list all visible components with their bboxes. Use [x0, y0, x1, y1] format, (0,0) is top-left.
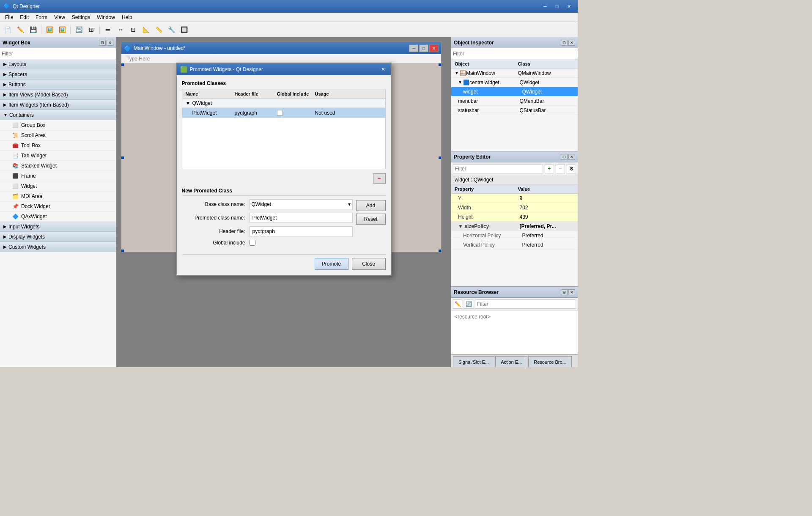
dialog-close-icon-button[interactable]: ✕	[379, 66, 387, 73]
obj-inspector-undock[interactable]: ⊟	[561, 40, 568, 46]
category-containers-label: Containers	[9, 112, 34, 118]
promoted-parent-row[interactable]: ▼ QWidget	[182, 99, 385, 108]
menu-settings[interactable]: Settings	[69, 14, 93, 21]
toolbar-layout6[interactable]: 🔧	[165, 24, 177, 35]
prop-row-height[interactable]: Height 439	[451, 212, 578, 222]
toolbar-preview2[interactable]: 🖼️	[56, 24, 68, 35]
promoted-child-row[interactable]: PlotWidget pyqtgraph Not used	[182, 108, 385, 118]
category-layouts[interactable]: ▶ Layouts	[0, 59, 116, 69]
category-input-widgets[interactable]: ▶ Input Widgets	[0, 222, 116, 232]
col-header-header: Header file	[233, 91, 275, 96]
obj-inspector-filter-input[interactable]	[453, 51, 576, 57]
menu-help[interactable]: Help	[118, 14, 136, 21]
widget-box-undock[interactable]: ⊟	[99, 40, 106, 46]
reset-button[interactable]: Reset	[356, 214, 386, 225]
item-widget[interactable]: ⬜ Widget	[0, 181, 116, 191]
item-tool-box[interactable]: 🧰 Tool Box	[0, 140, 116, 151]
tab-resource-browser[interactable]: Resource Bro...	[528, 356, 571, 367]
item-group-box[interactable]: ⬜ Group Box	[0, 120, 116, 130]
menu-file[interactable]: File	[2, 14, 16, 21]
category-item-views[interactable]: ▶ Item Views (Model-Based)	[0, 90, 116, 100]
category-display-widgets[interactable]: ▶ Display Widgets	[0, 232, 116, 242]
toolbar-edit[interactable]: ✏️	[14, 24, 26, 35]
category-containers[interactable]: ▼ Containers	[0, 110, 116, 120]
menu-window[interactable]: Window	[93, 14, 118, 21]
category-input-label: Input Widgets	[8, 224, 39, 230]
category-buttons[interactable]: ▶ Buttons	[0, 80, 116, 90]
close-button[interactable]: ✕	[563, 2, 574, 11]
add-button[interactable]: Add	[356, 200, 386, 211]
obj-inspector-close[interactable]: ✕	[568, 40, 575, 46]
promote-button[interactable]: Promote	[315, 258, 348, 270]
obj-class-statusbar: QStatusBar	[516, 107, 578, 113]
dialog-bottom-buttons: Promote Close	[182, 254, 386, 270]
widget-box-filter-bar[interactable]	[0, 48, 116, 59]
item-stacked-widget[interactable]: 📚 Stacked Widget	[0, 161, 116, 171]
col-class-header: Class	[515, 61, 578, 66]
base-class-label: Base class name:	[182, 201, 250, 207]
obj-row-statusbar[interactable]: statusbar QStatusBar	[451, 106, 578, 115]
prop-add-button[interactable]: +	[545, 164, 554, 173]
prop-row-hpolicy[interactable]: Horizontal Policy Preferred	[451, 231, 578, 240]
toolbar-layout2[interactable]: ↔	[115, 24, 126, 35]
minimize-button[interactable]: ─	[540, 2, 551, 11]
promoted-class-input[interactable]	[250, 213, 353, 223]
res-pencil-button[interactable]: ✏️	[453, 299, 462, 309]
toolbar-new[interactable]: 📄	[2, 24, 14, 35]
toolbar-grid[interactable]: ⊞	[85, 24, 97, 35]
toolbar-save[interactable]: 💾	[27, 24, 39, 35]
base-class-select[interactable]: QWidget ▾	[250, 199, 353, 209]
toolbar-preview1[interactable]: 🖼️	[44, 24, 55, 35]
menu-form[interactable]: Form	[32, 14, 51, 21]
category-layouts-arrow: ▶	[3, 62, 7, 66]
item-qaxwidget[interactable]: 🔷 QAxWidget	[0, 211, 116, 222]
header-file-input[interactable]	[250, 226, 353, 236]
prop-editor-close[interactable]: ✕	[568, 154, 575, 160]
main-layout: Widget Box ⊟ ✕ ▶ Layouts ▶ Spacers ▶ But…	[0, 37, 578, 367]
dialog-close-button[interactable]: Close	[352, 258, 386, 270]
maximize-button[interactable]: □	[551, 2, 562, 11]
obj-row-widget[interactable]: widget QWidget	[451, 87, 578, 96]
obj-row-mainwindow[interactable]: ▼ 🪟 MainWindow QMainWindow	[451, 69, 578, 78]
res-browser-close[interactable]: ✕	[568, 289, 575, 295]
category-spacers[interactable]: ▶ Spacers	[0, 69, 116, 80]
obj-row-menubar[interactable]: menubar QMenuBar	[451, 96, 578, 106]
obj-row-centralwidget[interactable]: ▼ 🟦 centralwidget QWidget	[451, 78, 578, 87]
toolbar-layout4[interactable]: 📐	[140, 24, 152, 35]
prop-row-vpolicy[interactable]: Vertical Policy Preferred	[451, 240, 578, 250]
toolbar-layout5[interactable]: 📏	[153, 24, 165, 35]
res-refresh-button[interactable]: 🔄	[464, 299, 473, 309]
delete-promoted-button[interactable]: −	[373, 173, 386, 184]
item-dock-widget[interactable]: 📌 Dock Widget	[0, 201, 116, 211]
widget-box-close[interactable]: ✕	[107, 40, 113, 46]
prop-configure-button[interactable]: ⚙	[567, 164, 576, 173]
res-filter-input[interactable]	[475, 299, 576, 309]
child-global-checkbox[interactable]	[277, 110, 283, 116]
item-mdi-area[interactable]: 🗂️ MDI Area	[0, 191, 116, 201]
menu-view[interactable]: View	[51, 14, 69, 21]
toolbar-layout1[interactable]: ═	[102, 24, 114, 35]
prop-remove-button[interactable]: −	[556, 164, 565, 173]
obj-tree-header: Object Class	[451, 59, 578, 69]
item-tab-widget[interactable]: 📑 Tab Widget	[0, 151, 116, 161]
prop-editor-undock[interactable]: ⊟	[561, 154, 568, 160]
tab-signal-slot[interactable]: Signal/Slot E...	[453, 356, 494, 367]
obj-inspector-filter-bar[interactable]	[451, 48, 578, 59]
res-browser-undock[interactable]: ⊟	[561, 289, 568, 295]
toolbar-undo[interactable]: ↩️	[73, 24, 85, 35]
toolbar-layout7[interactable]: 🔲	[178, 24, 190, 35]
prop-filter-input[interactable]	[453, 164, 543, 173]
item-scroll-area[interactable]: 📜 Scroll Area	[0, 130, 116, 140]
prop-row-sizepolicy[interactable]: ▼ sizePolicy [Preferred, Pr...	[451, 222, 578, 231]
item-frame[interactable]: ⬛ Frame	[0, 171, 116, 181]
category-item-widgets[interactable]: ▶ Item Widgets (Item-Based)	[0, 100, 116, 110]
global-include-checkbox[interactable]	[250, 240, 255, 246]
object-inspector-header: Object Inspector ⊟ ✕	[451, 37, 578, 48]
menu-edit[interactable]: Edit	[16, 14, 32, 21]
tab-action-editor[interactable]: Action E...	[495, 356, 527, 367]
prop-row-width[interactable]: Width 702	[451, 203, 578, 212]
prop-row-y[interactable]: Y 9	[451, 194, 578, 203]
category-custom-widgets[interactable]: ▶ Custom Widgets	[0, 242, 116, 252]
widget-box-filter-input[interactable]	[2, 51, 114, 57]
toolbar-layout3[interactable]: ⊟	[127, 24, 139, 35]
